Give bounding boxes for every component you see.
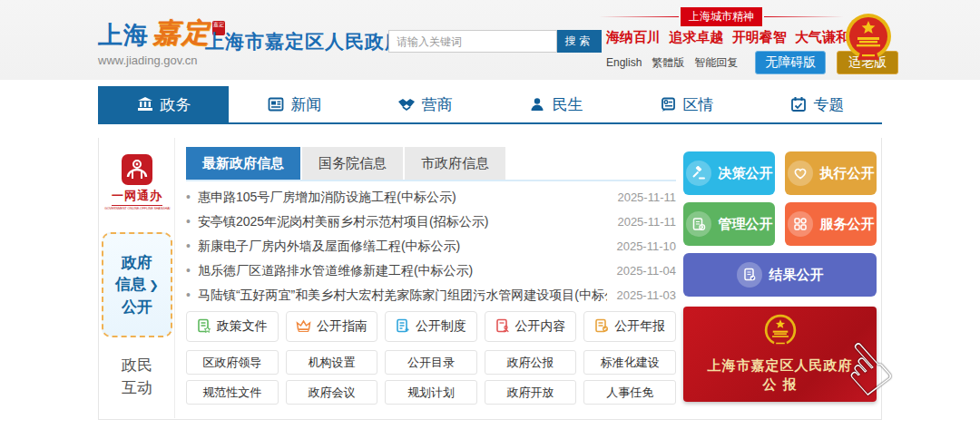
link-org-structure[interactable]: 机构设置: [286, 350, 378, 375]
link-smart-reply[interactable]: 智能回复: [694, 55, 738, 71]
decision-disclosure-button[interactable]: 决策公开: [683, 151, 775, 195]
grid-squares-icon: [788, 211, 813, 237]
nav-tab-label: 新闻: [291, 94, 322, 115]
link-traditional[interactable]: 繁體版: [652, 55, 684, 71]
tab-state-council-info[interactable]: 国务院信息: [302, 147, 403, 180]
open-button-label: 执行公开: [820, 165, 875, 182]
disclosure-system-button[interactable]: 公开制度: [385, 311, 477, 342]
spirit-line-left: [599, 16, 679, 17]
news-date: 2025-11-04: [616, 264, 676, 278]
news-title: 马陆镇“五好两宜”和美乡村大宏村羌家陈家门组团污水管网建设项目(中标公示): [186, 288, 607, 304]
report-check-icon: [737, 262, 762, 288]
news-item[interactable]: 惠申路105号厂房增加消防设施工程(中标公示) 2025-11-11: [186, 185, 676, 210]
link-gov-meetings[interactable]: 政府会议: [286, 380, 378, 405]
government-building-icon: [136, 95, 154, 113]
link-planning[interactable]: 规划计划: [385, 380, 477, 405]
news-item[interactable]: 新康电子厂房内外墙及屋面修缮工程(中标公示) 2025-11-10: [186, 234, 676, 259]
nav-tab-district[interactable]: 区情: [621, 86, 751, 122]
news-title: 惠申路105号厂房增加消防设施工程(中标公示): [186, 190, 608, 206]
one-stop-service-icon: [122, 154, 152, 185]
site-title: 上海市嘉定区人民政府: [205, 29, 405, 54]
gavel-icon: [686, 161, 711, 186]
gov-info-line: 政府: [115, 252, 159, 274]
slogan: 大气谦和: [795, 29, 849, 46]
newspaper-icon: [267, 95, 285, 113]
news-title: 旭乐德厂区道路排水管道维修新建工程(中标公示): [186, 263, 607, 279]
nav-tab-label: 营商: [422, 94, 453, 115]
link-english[interactable]: English: [606, 56, 642, 69]
news-title: 安亭镇2025年泥岗村美丽乡村示范村项目(招标公示): [186, 214, 608, 230]
open-button-label: 服务公开: [820, 216, 875, 233]
document-check-icon: [594, 318, 609, 336]
handshake-icon: [397, 95, 416, 113]
interaction-line: 政民: [99, 354, 175, 376]
gov-info-line: 信息: [115, 276, 146, 293]
city-slogans: 海纳百川 追求卓越 开明睿智 大气谦和: [606, 29, 849, 46]
news-item[interactable]: 马陆镇“五好两宜”和美乡村大宏村羌家陈家门组团污水管网建设项目(中标公示) 20…: [186, 283, 676, 307]
nav-tab-business[interactable]: 营商: [359, 86, 490, 122]
person-icon: [528, 95, 546, 113]
link-personnel[interactable]: 人事任免: [583, 380, 676, 405]
logo-text-jiading: 嘉定: [152, 15, 211, 52]
spirit-line-right: [764, 16, 844, 17]
document-star-icon: [197, 318, 211, 336]
city-spirit-badge: 上海城市精神: [681, 7, 762, 26]
nav-tab-label: 政务: [161, 94, 191, 115]
nav-tab-news[interactable]: 新闻: [229, 86, 359, 122]
news-item[interactable]: 旭乐德厂区道路排水管道维修新建工程(中标公示) 2025-11-04: [186, 259, 676, 283]
calendar-check-icon: [789, 95, 808, 113]
nav-tab-government[interactable]: 政务: [98, 86, 229, 122]
document-calculator-icon: [686, 211, 711, 237]
link-disclosure-catalog[interactable]: 公开目录: [385, 350, 477, 375]
search-input[interactable]: [388, 30, 557, 53]
news-item[interactable]: 安亭镇2025年泥岗村美丽乡村示范村项目(招标公示) 2025-11-11: [186, 210, 676, 234]
link-normative-docs[interactable]: 规范性文件: [186, 380, 279, 405]
disclosure-guide-button[interactable]: 公开指南: [286, 311, 378, 342]
link-gov-gazette[interactable]: 政府公报: [485, 350, 577, 375]
open-button-label: 结果公开: [769, 267, 824, 284]
document-person-icon: [495, 318, 510, 336]
nav-tab-label: 专题: [814, 94, 845, 115]
slogan: 开明睿智: [732, 29, 787, 46]
slogan: 海纳百川: [606, 29, 661, 46]
tab-latest-gov-info[interactable]: 最新政府信息: [186, 147, 300, 180]
disclosure-content-button[interactable]: 公开内容: [485, 311, 577, 342]
site-url: www.jiading.gov.cn: [98, 54, 225, 67]
gov-link-grid: 区政府领导 机构设置 公开目录 政府公报 标准化建设 规范性文件 政府会议 规划…: [186, 350, 676, 405]
link-standardization[interactable]: 标准化建设: [583, 350, 676, 375]
doc-button-label: 政策文件: [217, 318, 268, 335]
management-disclosure-button[interactable]: 管理公开: [683, 202, 775, 246]
link-district-leaders[interactable]: 区政府领导: [186, 350, 279, 375]
gov-gazette-banner[interactable]: 上海市嘉定区人民政府 公 报: [683, 307, 877, 402]
left-sidebar: 一网通办 GOVERNMENT ONLINE-OFFLINE SHANGHAI …: [99, 138, 175, 418]
one-stop-service-link[interactable]: 一网通办 GOVERNMENT ONLINE-OFFLINE SHANGHAI: [99, 154, 175, 210]
results-disclosure-button[interactable]: 结果公开: [683, 253, 877, 297]
doc-button-row: 政策文件 公开指南 公开制度 公开内容 公开年报: [186, 311, 676, 342]
crown-icon: [296, 318, 311, 336]
open-button-label: 管理公开: [719, 216, 773, 233]
nav-tab-special[interactable]: 专题: [751, 86, 882, 122]
annual-report-button[interactable]: 公开年报: [583, 311, 676, 342]
service-disclosure-button[interactable]: 服务公开: [785, 202, 877, 246]
search-button[interactable]: 搜索: [557, 30, 602, 53]
national-emblem-icon: [763, 314, 798, 350]
sidebar-item-gov-info-disclosure[interactable]: 政府 信息❯ 公开: [102, 232, 172, 337]
search-box: 搜索: [388, 30, 602, 53]
news-date: 2025-11-10: [616, 239, 676, 253]
nav-tab-label: 民生: [553, 94, 583, 115]
link-gov-openness[interactable]: 政府开放: [485, 380, 577, 405]
news-list: 惠申路105号厂房增加消防设施工程(中标公示) 2025-11-11 安亭镇20…: [186, 185, 676, 307]
news-date: 2025-11-11: [617, 215, 676, 229]
nav-tab-livelihood[interactable]: 民生: [490, 86, 621, 122]
accessibility-button[interactable]: 无障碍版: [755, 51, 826, 74]
tab-city-gov-info[interactable]: 市政府信息: [405, 147, 505, 180]
slogan: 追求卓越: [669, 29, 723, 46]
policy-documents-button[interactable]: 政策文件: [186, 311, 279, 342]
sidebar-item-public-interaction[interactable]: 政民 互动: [99, 354, 175, 399]
doc-button-label: 公开内容: [515, 318, 566, 335]
main-nav: 政务 新闻 营商 民生 区情: [98, 86, 882, 124]
doc-button-label: 公开年报: [614, 318, 665, 335]
info-bubble-icon: [659, 95, 677, 113]
city-spirit-banner: 上海城市精神: [599, 7, 844, 26]
execution-disclosure-button[interactable]: 执行公开: [785, 151, 877, 195]
